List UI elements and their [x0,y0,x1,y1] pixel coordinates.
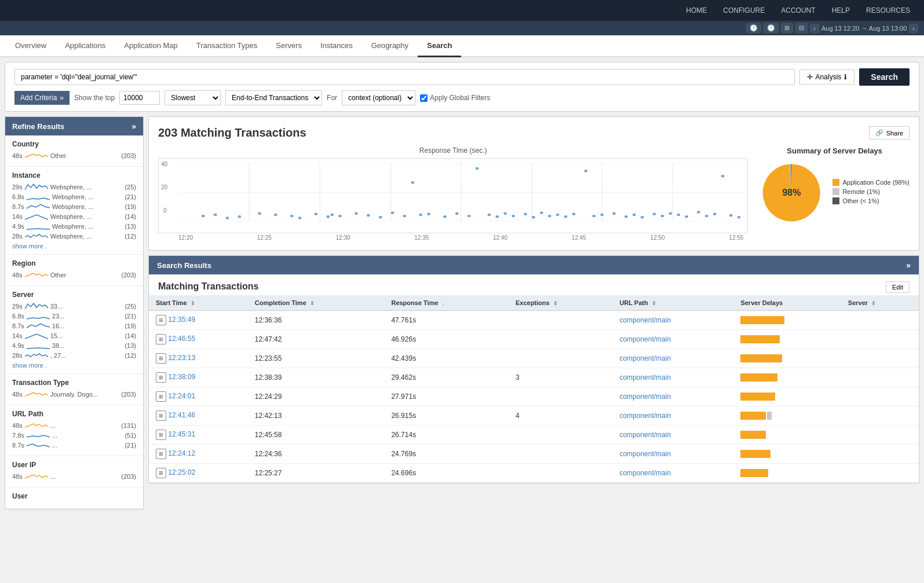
refine-expand-icon[interactable]: » [132,122,136,131]
start-time[interactable]: 12:25:02 [168,468,195,476]
svg-point-21 [338,215,342,217]
collapse-icon[interactable]: ⊟ [795,23,808,33]
row-expand-icon[interactable]: ⊞ [156,353,166,364]
tab-overview[interactable]: Overview [6,35,56,57]
url-path[interactable]: component/main [612,311,733,330]
tab-servers[interactable]: Servers [266,35,311,57]
tab-applications[interactable]: Applications [56,35,115,57]
item-label[interactable]: Websphere, ... [52,203,93,210]
row-expand-icon[interactable]: ⊞ [156,372,166,383]
col-completion-time[interactable]: Completion Time ⇕ [248,295,385,311]
prev-time-btn[interactable]: ‹ [810,24,819,33]
col-server-delays[interactable]: Server Delays [733,295,841,311]
item-label[interactable]: Websphere, ... [50,213,92,220]
start-time[interactable]: 12:23:13 [168,354,195,362]
expand-icon[interactable]: ⊞ [781,23,793,33]
refine-item: 29s Websphere, ... (25) [12,183,136,191]
tab-application-map[interactable]: Application Map [115,35,187,57]
nav-configure[interactable]: CONFIGURE [715,0,773,21]
item-label[interactable]: Websphere, ... [50,233,92,240]
col-response-time[interactable]: Response Time ↓ [384,295,509,311]
row-expand-icon[interactable]: ⊞ [156,430,166,440]
col-url-path[interactable]: URL Path ⇕ [612,295,733,311]
start-time[interactable]: 12:41:46 [168,411,195,419]
clock-icon[interactable]: 🕐 [746,23,761,33]
tab-instances[interactable]: Instances [311,35,362,57]
item-label[interactable]: Websphere, ... [52,193,93,200]
show-top-label: Show the top [74,94,115,102]
transaction-type-select[interactable]: End-to-End Transactions Application Tran… [225,90,322,105]
row-expand-icon[interactable]: ⊞ [156,315,166,325]
results-expand-icon[interactable]: » [906,261,911,270]
value-label: 48s [12,422,23,429]
item-label[interactable]: ... [50,422,56,429]
item-count: (13) [125,342,136,349]
start-time[interactable]: 12:38:09 [168,373,195,381]
url-path[interactable]: component/main [612,406,733,426]
item-label[interactable]: ... [52,432,57,439]
row-expand-icon[interactable]: ⊞ [156,449,166,459]
nav-home[interactable]: HOME [678,0,715,21]
start-time[interactable]: 12:45:31 [168,430,195,438]
value-label: 8.7s [12,442,24,449]
url-path[interactable]: component/main [612,349,733,368]
query-input[interactable] [14,69,795,85]
show-more-instance[interactable]: show more . [12,243,136,250]
sparkline-icon [27,342,50,350]
exceptions [509,330,612,349]
url-path[interactable]: component/main [612,445,733,464]
search-button[interactable]: Search [859,68,910,86]
apply-filters-checkbox[interactable] [420,94,428,102]
col-server[interactable]: Server ⇕ [841,295,919,311]
col-exceptions[interactable]: Exceptions ⇕ [509,295,612,311]
item-label[interactable]: ... [50,473,56,480]
item-label[interactable]: 15... [50,332,63,339]
nav-resources[interactable]: RESOURCES [858,0,918,21]
row-expand-icon[interactable]: ⊞ [156,334,166,344]
col-start-time[interactable]: Start Time ⇕ [149,295,248,311]
server-delays [733,387,841,406]
item-label[interactable]: Websphere, ... [50,184,92,190]
tab-transaction-types[interactable]: Transaction Types [187,35,267,57]
item-label[interactable]: Journaly. Dogo... [50,391,98,398]
edit-button[interactable]: Edit [886,281,910,293]
item-label[interactable]: 38... [52,342,64,349]
server [841,445,919,464]
url-path[interactable]: component/main [612,387,733,406]
row-expand-icon[interactable]: ⊞ [156,391,166,402]
show-more-server[interactable]: show more . [12,362,136,369]
start-time[interactable]: 12:46:55 [168,335,195,343]
item-label[interactable]: Other [50,272,67,278]
item-label[interactable]: 33... [50,303,63,310]
context-select[interactable]: context (optional) [342,90,415,105]
item-label[interactable]: Other [50,152,67,159]
url-path[interactable]: component/main [612,426,733,445]
next-time-btn[interactable]: › [909,24,918,33]
item-label[interactable]: Websphere, ... [52,223,93,230]
server [841,368,919,387]
start-time[interactable]: 12:24:12 [168,449,195,457]
nav-account[interactable]: ACCOUNT [773,0,823,21]
tab-search[interactable]: Search [418,35,461,57]
item-label[interactable]: 16... [52,322,64,329]
analysis-button[interactable]: ✛ Analysis ℹ [799,69,855,85]
item-label[interactable]: ... [52,442,57,449]
start-time[interactable]: 12:35:49 [168,316,195,324]
share-button[interactable]: 🔗 Share [869,126,910,140]
sort-select[interactable]: Slowest Fastest Most Errors [165,90,221,105]
nav-help[interactable]: HELP [824,0,858,21]
url-path[interactable]: component/main [612,464,733,483]
item-label[interactable]: , 27... [50,352,67,359]
row-expand-icon[interactable]: ⊞ [156,468,166,478]
url-path[interactable]: component/main [612,368,733,387]
pie-center-label: 98% [782,188,801,198]
item-label[interactable]: 23... [52,313,64,320]
add-criteria-button[interactable]: Add Criteria » [14,91,70,105]
clock2-icon[interactable]: 🕑 [764,23,779,33]
top-value-input[interactable] [119,91,160,105]
start-time[interactable]: 12:24:01 [168,392,195,400]
tab-geography[interactable]: Geography [362,35,418,57]
pie-svg-wrap: 98% [759,161,823,225]
url-path[interactable]: component/main [612,330,733,349]
row-expand-icon[interactable]: ⊞ [156,410,166,421]
